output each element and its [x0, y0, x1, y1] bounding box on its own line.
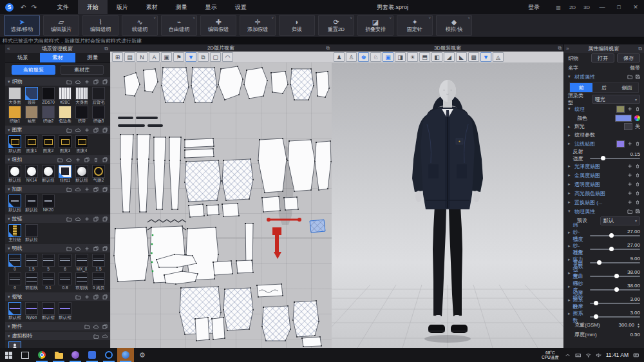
wifi-icon[interactable] [585, 352, 591, 358]
织物-item-领带[interactable]: 领带 [23, 87, 40, 105]
taskbar-app-style3d[interactable] [100, 348, 117, 362]
stepper-control[interactable]: ▲▼ [637, 323, 640, 328]
color-swatch[interactable] [615, 115, 632, 122]
start-button[interactable] [0, 348, 17, 362]
织物-item-#28C[interactable]: #28C [57, 87, 73, 105]
pose-icon[interactable]: ♙ [346, 52, 357, 62]
section-header-扣眼[interactable]: ▾扣眼 [5, 185, 110, 193]
name-value[interactable]: 领带 [630, 64, 640, 71]
panel-icon[interactable]: ▤ [124, 52, 135, 62]
图案-item-图案2[interactable]: 图案2 [40, 135, 57, 153]
annotate-icon[interactable]: A [149, 52, 160, 62]
light-icon[interactable]: ☀ [407, 52, 418, 62]
tool-归拔[interactable]: ◗归拔 [279, 15, 315, 36]
flag-ruler-icon[interactable]: ⚑ [173, 52, 184, 62]
section-header-明线[interactable]: ▾明线 [5, 244, 110, 252]
delete-map-icon[interactable] [635, 200, 640, 205]
织物-item-大身面[interactable]: 大身面 [73, 87, 90, 105]
map-swatch[interactable] [616, 140, 625, 148]
纽扣-item-默认纽[interactable]: 默认纽 [6, 165, 23, 183]
mannequin-icon[interactable]: ♘ [370, 52, 381, 62]
织物-item-后背毛[interactable]: 后背毛 [90, 87, 107, 105]
tool-线缝纫[interactable]: ∿线缝纫˅ [122, 15, 158, 36]
avatar-icon[interactable]: ♟ [334, 52, 345, 62]
taskbar-app-app-purple[interactable] [67, 348, 84, 362]
map-swatch[interactable] [616, 106, 625, 113]
menu-文件[interactable]: 文件 [48, 0, 78, 14]
volume-muted-icon[interactable] [596, 352, 601, 358]
tool-选择/移动[interactable]: ➤选择/移动 [4, 15, 40, 36]
明线-item-0[interactable]: 0 [6, 254, 23, 272]
明线-item-0 拷贝[interactable]: 0 拷贝 [90, 272, 107, 291]
slider-反射强度[interactable] [590, 158, 640, 159]
slider-弯曲强度-经纱[interactable] [590, 289, 640, 291]
织物-item-包边条[interactable]: 包边条 [57, 106, 73, 124]
float-icon[interactable] [102, 216, 108, 222]
add-map-icon[interactable] [627, 182, 632, 187]
folder-icon[interactable] [75, 294, 80, 300]
褶皱-item-默认褶[interactable]: 默认褶 [57, 302, 73, 320]
褶皱-item-默认褶[interactable]: 默认褶 [6, 302, 23, 320]
cloud-icon[interactable] [75, 246, 80, 251]
拉链-item-主拉链[interactable]: 主拉链 [6, 224, 23, 242]
copy-icon[interactable] [102, 324, 108, 329]
明线-item-6[interactable]: 6 [57, 254, 73, 272]
copy-icon[interactable] [93, 294, 99, 300]
纽扣-item-纽扣1[interactable]: 纽扣1 [57, 165, 73, 183]
cloud-icon[interactable] [75, 79, 80, 84]
tool-重置2D[interactable]: ⟳重置2D˅ [318, 15, 354, 36]
cloud-icon[interactable] [66, 157, 71, 162]
texture-icon[interactable]: ▩ [468, 52, 479, 62]
scene-tab-场景[interactable]: 场景 [5, 53, 40, 62]
scene-tab-素材[interactable]: 素材 [40, 53, 75, 62]
menu-显示[interactable]: 显示 [196, 0, 226, 14]
color-picker-icon[interactable] [634, 115, 640, 121]
褶皱-item-Nylon[interactable]: Nylon [23, 302, 40, 320]
float-icon[interactable] [102, 187, 108, 192]
layout-3d-icon[interactable]: 3D [580, 0, 594, 14]
collapse-panel-icon[interactable]: « [7, 46, 10, 52]
folder-icon[interactable] [93, 334, 99, 339]
float-icon[interactable] [102, 294, 108, 300]
add-map-icon[interactable] [627, 106, 632, 111]
layout-2d-icon[interactable]: 2D [565, 0, 580, 14]
garment-canvas[interactable] [332, 62, 564, 348]
纽扣-item-NK14[interactable]: NK14 [23, 165, 40, 183]
menu-素材[interactable]: 素材 [137, 0, 167, 14]
rect-icon[interactable]: ▣ [161, 52, 172, 62]
纽扣-item-默认纽[interactable]: 默认纽 [73, 165, 90, 183]
delete-map-icon[interactable] [635, 164, 640, 169]
section-header-织物[interactable]: ▾织物 [5, 77, 110, 86]
cloud-icon[interactable] [102, 334, 108, 339]
tool-添加假缝[interactable]: ✛添加假缝˅ [240, 15, 276, 36]
folder-icon[interactable] [66, 128, 71, 133]
float-icon[interactable] [102, 246, 108, 251]
maximize-button[interactable]: □ [611, 0, 627, 14]
section-header-拉链[interactable]: ▾拉链 [5, 214, 110, 223]
add-map-icon[interactable] [627, 141, 632, 146]
add-map-icon[interactable] [627, 200, 632, 205]
slider-静摩擦系数[interactable] [590, 316, 640, 318]
section-header-图案[interactable]: ▾图案 [5, 126, 110, 134]
folder-icon[interactable] [66, 246, 71, 251]
float-icon[interactable] [102, 79, 108, 84]
face-tab-后[interactable]: 后 [592, 83, 615, 92]
slider-弯曲强度-纬纱[interactable] [590, 276, 640, 277]
tray-expand-icon[interactable] [565, 352, 571, 358]
plus-icon[interactable] [84, 79, 90, 84]
tool-自由缝纫[interactable]: ⌁自由缝纫˅ [161, 15, 197, 36]
plus-icon[interactable] [84, 128, 90, 133]
虚拟模特-item[interactable] [6, 341, 23, 348]
folder-icon[interactable] [66, 187, 71, 192]
delete-map-icon[interactable] [635, 106, 640, 111]
tool-编辑缝纫[interactable]: ⌇编辑缝纫 [82, 15, 118, 36]
section-header-虚拟模特[interactable]: ▾虚拟模特 [5, 332, 110, 340]
reset-view-icon[interactable]: ▣ [383, 52, 393, 62]
明线-item-1.5[interactable]: 1.5 [23, 254, 40, 272]
minimize-button[interactable]: — [594, 0, 611, 14]
float-icon[interactable] [102, 157, 108, 162]
notification-icon[interactable] [633, 352, 639, 358]
open-button[interactable]: 打开 [591, 53, 614, 62]
shoe-icon[interactable]: ◢ [444, 52, 455, 62]
redo-icon[interactable]: ↷ [31, 4, 36, 11]
